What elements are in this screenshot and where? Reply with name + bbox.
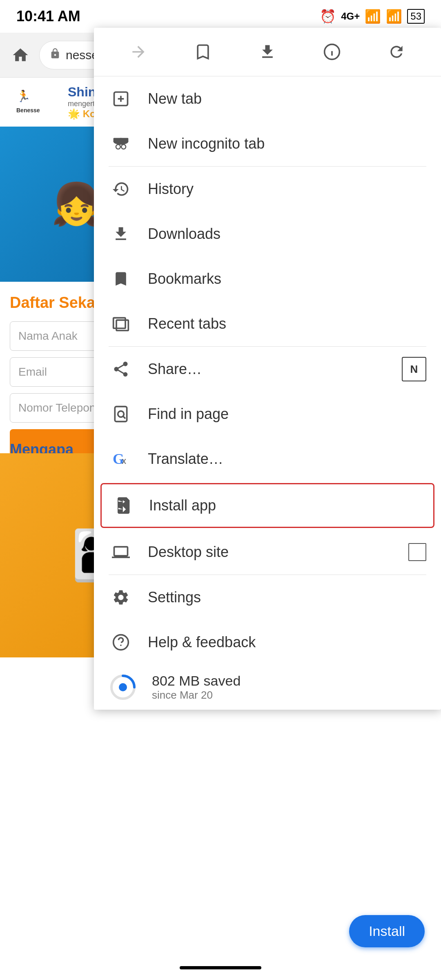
menu-items-container: New tab New incognito tab [94, 76, 441, 710]
new-tab-icon [109, 87, 133, 111]
status-time: 10:41 AM [16, 8, 80, 25]
status-icons: ⏰ 4G+ 📶 📶 53 [320, 9, 425, 24]
svg-rect-16 [115, 407, 127, 422]
desktop-site-icon [109, 540, 133, 564]
nav-bar [0, 956, 441, 980]
svg-line-18 [123, 416, 126, 419]
svg-point-12 [116, 145, 120, 148]
network-4g-icon: 4G+ [341, 11, 360, 22]
help-feedback-label: Help & feedback [148, 634, 426, 651]
share-icon [109, 357, 133, 381]
help-feedback-menu-item[interactable]: Help & feedback [94, 620, 441, 665]
recent-tabs-label: Recent tabs [148, 315, 426, 332]
desktop-site-label: Desktop site [148, 543, 394, 561]
find-in-page-icon [109, 402, 133, 426]
alarm-icon: ⏰ [320, 9, 336, 24]
translate-label: Translate… [148, 450, 426, 468]
new-incognito-tab-menu-item[interactable]: New incognito tab [94, 121, 441, 166]
bookmarks-icon [109, 267, 133, 291]
translate-menu-item[interactable]: G x Translate… [94, 437, 441, 481]
signal2-icon: 📶 [386, 9, 402, 24]
new-tab-menu-item[interactable]: New tab [94, 76, 441, 121]
install-app-icon [110, 493, 134, 518]
bookmarks-label: Bookmarks [148, 270, 426, 287]
svg-text:🏃: 🏃 [16, 89, 31, 103]
svg-text:x: x [122, 456, 126, 466]
savings-text: 802 MB saved since Mar 20 [152, 673, 241, 702]
bookmarks-menu-item[interactable]: Bookmarks [94, 256, 441, 301]
install-button[interactable]: Install [349, 915, 425, 947]
dropdown-menu: New tab New incognito tab [94, 28, 441, 710]
savings-since: since Mar 20 [152, 689, 241, 702]
savings-icon [109, 673, 137, 702]
find-in-page-menu-item[interactable]: Find in page [94, 392, 441, 437]
new-tab-label: New tab [148, 90, 426, 107]
share-menu-item[interactable]: Share… N [94, 347, 441, 392]
new-incognito-tab-label: New incognito tab [148, 135, 426, 152]
desktop-site-menu-item[interactable]: Desktop site [94, 530, 441, 575]
help-icon [109, 630, 133, 655]
notion-badge: N [402, 357, 426, 381]
settings-icon [109, 585, 133, 610]
downloads-icon [109, 222, 133, 246]
svg-rect-9 [114, 138, 129, 142]
svg-point-24 [119, 683, 127, 691]
desktop-site-checkbox[interactable] [408, 543, 426, 561]
svg-point-17 [118, 411, 124, 417]
share-label: Share… [148, 361, 387, 378]
recent-tabs-icon [109, 312, 133, 336]
forward-toolbar-button[interactable] [124, 38, 153, 66]
bookmark-toolbar-button[interactable] [189, 38, 217, 66]
savings-row: 802 MB saved since Mar 20 [94, 665, 441, 710]
download-toolbar-button[interactable] [253, 38, 282, 66]
downloads-menu-item[interactable]: Downloads [94, 212, 441, 256]
translate-icon: G x [109, 447, 133, 471]
benesse-logo: Benesse 🏃 [8, 84, 61, 120]
downloads-label: Downloads [148, 225, 426, 243]
recent-tabs-menu-item[interactable]: Recent tabs [94, 301, 441, 346]
settings-menu-item[interactable]: Settings [94, 575, 441, 620]
incognito-icon [109, 131, 133, 156]
reload-toolbar-button[interactable] [382, 38, 411, 66]
svg-point-22 [120, 645, 121, 646]
dropdown-toolbar [94, 28, 441, 76]
svg-text:Benesse: Benesse [16, 107, 40, 114]
signal-icon: 📶 [365, 9, 381, 24]
install-button-label: Install [369, 923, 405, 939]
history-label: History [148, 180, 426, 198]
home-button[interactable] [8, 43, 33, 67]
install-app-label: Install app [149, 497, 425, 514]
history-icon [109, 177, 133, 201]
savings-amount: 802 MB saved [152, 673, 241, 689]
lock-icon [49, 48, 61, 62]
nav-pill [180, 966, 261, 969]
install-app-menu-item[interactable]: Install app [100, 483, 434, 528]
find-in-page-label: Find in page [148, 405, 426, 423]
svg-point-13 [122, 145, 125, 148]
battery-icon: 53 [407, 9, 425, 24]
info-toolbar-button[interactable] [318, 38, 346, 66]
settings-label: Settings [148, 589, 426, 606]
history-menu-item[interactable]: History [94, 167, 441, 212]
